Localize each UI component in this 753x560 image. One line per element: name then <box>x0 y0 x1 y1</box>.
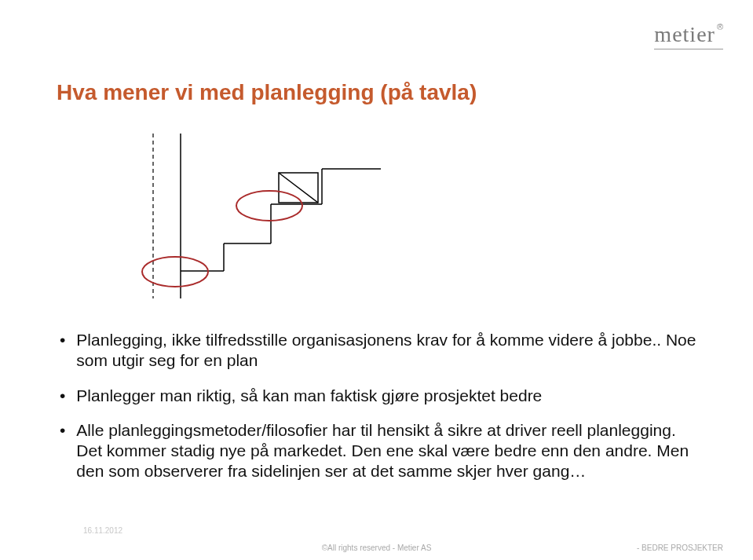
slide-title: Hva mener vi med planlegging (på tavla) <box>57 80 477 105</box>
planning-diagram <box>122 126 389 306</box>
svg-point-12 <box>236 191 302 221</box>
svg-point-11 <box>142 257 208 287</box>
footer-watermark: 16.11.2012 <box>83 526 122 535</box>
bullet-item: Alle planleggingsmetoder/filosofier har … <box>57 420 696 482</box>
bullet-list: Planlegging, ikke tilfredsstille organis… <box>57 330 696 482</box>
logo-underline <box>654 49 723 49</box>
logo-metier: metier® <box>654 22 723 47</box>
bullet-item: Planlegger man riktig, så kan man faktis… <box>57 386 696 406</box>
bullet-item: Planlegging, ikke tilfredsstille organis… <box>57 330 696 372</box>
registered-icon: ® <box>717 22 723 31</box>
logo-text: metier <box>654 22 715 47</box>
body-content: Planlegging, ikke tilfredsstille organis… <box>57 330 696 496</box>
slide: metier® Hva mener vi med planlegging (på… <box>0 0 753 560</box>
footer-center: ©All rights reserved - Metier AS <box>322 544 432 552</box>
footer-right: - BEDRE PROSJEKTER <box>637 544 723 552</box>
